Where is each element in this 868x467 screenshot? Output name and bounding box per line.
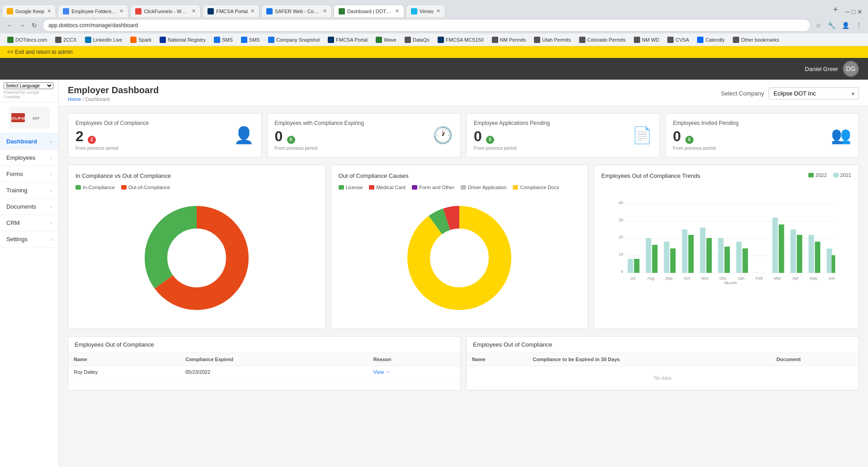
bookmark-item[interactable]: CVSA [664, 36, 693, 44]
address-bar[interactable] [42, 19, 811, 32]
sidebar-item-settings[interactable]: Settings› [0, 231, 58, 248]
stat-icon: 👤 [234, 126, 254, 145]
bookmark-item[interactable]: Spark [127, 36, 155, 44]
language-select[interactable]: Select Language [4, 82, 53, 89]
svg-rect-24 [664, 242, 670, 273]
sidebar-item-label: CRM [6, 219, 20, 226]
browser-tab[interactable]: Dashboard | DOTDocs✕ [334, 5, 404, 17]
bookmark-label: SMS [249, 37, 260, 43]
content-area: Employer Dashboard Home / Dashboard Sele… [59, 80, 868, 467]
legend-label: 2021 [840, 172, 851, 178]
tab-label: ClickFunnels - Workspaces [144, 9, 189, 14]
tab-close-icon[interactable]: ✕ [119, 8, 123, 14]
compliance-expired: 05/23/2022 [180, 366, 368, 378]
bookmark-favicon [579, 37, 585, 43]
browser-tab[interactable]: SAFER Web - Company Snapsh...✕ [261, 5, 332, 17]
back-button[interactable]: ← [4, 20, 15, 31]
browser-tab[interactable]: Vimeo✕ [406, 5, 445, 17]
svg-rect-28 [700, 228, 706, 273]
reason-view-link[interactable]: View → [368, 366, 460, 378]
tab-label: Dashboard | DOTDocs [347, 9, 392, 14]
bookmark-item[interactable]: Colorado Permits [576, 36, 629, 44]
browser-tab[interactable]: FMCSA Portal✕ [203, 5, 259, 17]
new-tab-button[interactable]: + [830, 3, 842, 16]
bookmark-item[interactable]: FMCSA MCS150 [434, 36, 487, 44]
browser-tab[interactable]: Employee Folders - Google Dri...✕ [58, 5, 128, 17]
bookmark-item[interactable]: Other bookmarks [729, 36, 783, 44]
bar-legend-item: 2022 [808, 172, 826, 178]
tab-close-icon[interactable]: ✕ [395, 8, 399, 14]
svg-text:30: 30 [618, 218, 623, 222]
company-select[interactable]: Eclipse DOT Inc [769, 87, 859, 100]
bookmark-item[interactable]: Calendly [693, 36, 728, 44]
bookmark-item[interactable]: SMS [210, 36, 236, 44]
legend-item: License [339, 185, 363, 190]
bookmark-icon[interactable]: ☆ [813, 20, 824, 30]
stat-label: Employee Applications Pending [474, 120, 550, 126]
tab-label: Employee Folders - Google Dri... [71, 9, 117, 14]
bookmark-label: 2CCX [63, 37, 76, 43]
extensions-icon[interactable]: 🔧 [826, 20, 838, 30]
bookmark-item[interactable]: SMS [237, 36, 264, 44]
tables-row: Employees Out of Compliance Name Complia… [59, 336, 868, 398]
sidebar-item-documents[interactable]: Documents› [0, 199, 58, 215]
tab-close-icon[interactable]: ✕ [250, 8, 255, 14]
legend-item: Driver Application [461, 185, 507, 190]
bookmark-item[interactable]: Wave [372, 36, 400, 44]
stat-icon: 🕐 [433, 126, 453, 145]
exit-banner[interactable]: << Exit and return to admin [0, 46, 868, 58]
sidebar-item-forms[interactable]: Forms› [0, 166, 58, 182]
legend-label: Out-of-Compliance [128, 185, 170, 190]
maximize-button[interactable]: □ [852, 8, 855, 15]
bookmark-item[interactable]: LinkedIn Live [81, 36, 126, 44]
bar-legend-item: 2021 [833, 172, 851, 178]
close-button[interactable]: ✕ [857, 8, 863, 15]
browser-tab[interactable]: ClickFunnels - Workspaces✕ [130, 5, 201, 17]
bookmark-item[interactable]: DataQs [401, 36, 433, 44]
bookmark-favicon [667, 37, 674, 43]
bookmarks-bar: DOTdocs.com2CCXLinkedIn LiveSparkNationa… [0, 33, 868, 46]
svg-text:Jan: Jan [738, 276, 745, 281]
svg-rect-38 [809, 235, 814, 273]
forward-button[interactable]: → [16, 20, 28, 31]
donut-chart-1-title: In Compliance vs Out of Compliance [75, 172, 318, 179]
stat-value-row: 0 0 [275, 129, 364, 144]
tab-label: Vimeo [420, 9, 434, 14]
tab-close-icon[interactable]: ✕ [436, 8, 440, 14]
avatar[interactable]: DG [843, 61, 859, 77]
bookmark-item[interactable]: FMCSA Portal [324, 36, 371, 44]
minimize-button[interactable]: ─ [845, 8, 850, 15]
tab-favicon [266, 8, 273, 14]
tab-close-icon[interactable]: ✕ [323, 8, 327, 14]
tab-close-icon[interactable]: ✕ [192, 8, 196, 14]
sidebar-item-training[interactable]: Training› [0, 182, 58, 199]
bookmark-item[interactable]: NM Permits [488, 36, 529, 44]
browser-tab[interactable]: Google Keep✕ [2, 5, 56, 17]
svg-rect-39 [815, 242, 821, 273]
legend-dot [121, 185, 127, 190]
bookmark-item[interactable]: Utah Permits [530, 36, 575, 44]
bookmark-item[interactable]: NM WD [630, 36, 663, 44]
svg-text:Feb: Feb [756, 276, 763, 281]
sidebar-item-crm[interactable]: CRM› [0, 215, 58, 231]
tab-favicon [339, 8, 345, 14]
breadcrumb: Home / Dashboard [68, 96, 159, 102]
bookmark-item[interactable]: National Registry [156, 36, 209, 44]
bookmark-item[interactable]: DOTdocs.com [4, 36, 51, 44]
header-username: Daniel Greer [805, 66, 838, 72]
bookmark-item[interactable]: 2CCX [52, 36, 80, 44]
breadcrumb-home[interactable]: Home [68, 96, 81, 102]
tab-close-icon[interactable]: ✕ [47, 8, 51, 14]
sidebar-item-dashboard[interactable]: Dashboard› [0, 133, 58, 150]
bookmark-label: Other bookmarks [741, 37, 779, 43]
svg-rect-36 [791, 229, 796, 273]
sidebar-item-employees[interactable]: Employees› [0, 150, 58, 166]
profile-icon[interactable]: 👤 [840, 20, 852, 30]
bookmark-item[interactable]: Company Snapshot [264, 36, 324, 44]
svg-text:Month: Month [725, 281, 737, 284]
menu-icon[interactable]: ⋮ [854, 20, 864, 30]
legend-label: Form and Other [419, 185, 454, 190]
bookmark-label: Wave [384, 37, 396, 43]
chevron-icon: › [50, 155, 52, 161]
reload-button[interactable]: ↻ [29, 20, 40, 31]
